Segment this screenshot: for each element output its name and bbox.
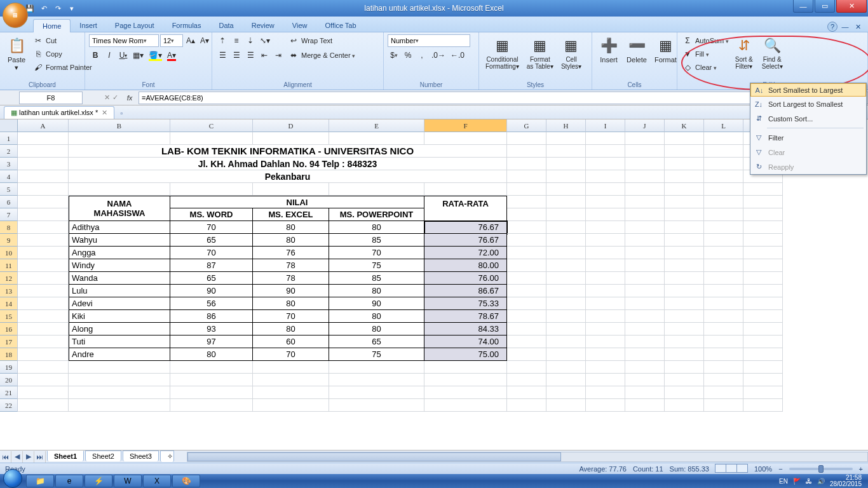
ribbon-close-icon[interactable]: ✕ — [853, 22, 863, 32]
cell-M8[interactable] — [743, 221, 783, 234]
cell-G22[interactable] — [507, 399, 546, 412]
cell-J22[interactable] — [625, 399, 665, 412]
menu-filter[interactable]: ▽Filter — [750, 130, 866, 145]
tray-flag-icon[interactable]: 🚩 — [793, 478, 801, 485]
col-header-H[interactable]: H — [546, 119, 586, 132]
close-doc-icon[interactable]: ✕ — [102, 109, 107, 116]
cell-E22[interactable] — [329, 399, 424, 412]
cell-D5[interactable] — [253, 183, 329, 196]
cell-I3[interactable] — [586, 158, 625, 170]
col-header-J[interactable]: J — [625, 119, 665, 132]
cell-H5[interactable] — [546, 183, 586, 196]
cell-A1[interactable] — [18, 132, 69, 145]
cell-J17[interactable] — [625, 336, 665, 348]
cell-A21[interactable] — [18, 386, 69, 399]
insert-button[interactable]: ➕Insert — [596, 34, 621, 65]
cell-G21[interactable] — [507, 386, 546, 399]
cell-I5[interactable] — [586, 183, 625, 196]
align-bottom-icon[interactable]: ⇣ — [244, 34, 257, 47]
taskbar-paint-icon[interactable]: 🎨 — [172, 475, 200, 487]
cell-I8[interactable] — [586, 221, 625, 234]
cell-J11[interactable] — [625, 259, 665, 272]
cell-D17[interactable]: 60 — [253, 336, 329, 348]
cell-L16[interactable] — [704, 323, 743, 336]
cell-F20[interactable] — [424, 374, 507, 386]
cell-I22[interactable] — [586, 399, 625, 412]
cell-A2[interactable] — [18, 145, 69, 158]
cell-C10[interactable]: 70 — [170, 247, 253, 259]
cell-L13[interactable] — [704, 285, 743, 297]
ribbon-min-icon[interactable]: — — [840, 22, 850, 32]
qat-redo-icon[interactable]: ↷ — [52, 3, 64, 14]
fill-button[interactable]: Fill — [695, 50, 709, 58]
tab-data[interactable]: Data — [210, 19, 242, 32]
cell-K11[interactable] — [665, 259, 704, 272]
cell-E14[interactable]: 90 — [329, 297, 424, 310]
cell-B3[interactable]: Jl. KH. Ahmad Dahlan No. 94 Telp : 84832… — [69, 158, 507, 170]
cell-styles-button[interactable]: ▦CellStyles▾ — [559, 34, 584, 71]
cell-J12[interactable] — [625, 272, 665, 285]
cell-C22[interactable] — [170, 399, 253, 412]
col-header-I[interactable]: I — [586, 119, 625, 132]
cell-J2[interactable] — [625, 145, 665, 158]
cell-G18[interactable] — [507, 348, 546, 361]
cell-G7[interactable] — [507, 208, 546, 221]
cell-G19[interactable] — [507, 361, 546, 374]
cell-J20[interactable] — [625, 374, 665, 386]
cell-A9[interactable] — [18, 234, 69, 247]
cell-H17[interactable] — [546, 336, 586, 348]
cell-I16[interactable] — [586, 323, 625, 336]
cell-L7[interactable] — [704, 208, 743, 221]
decrease-indent-icon[interactable]: ⇤ — [258, 49, 271, 62]
cell-J1[interactable] — [625, 132, 665, 145]
cell-H11[interactable] — [546, 259, 586, 272]
cell-I17[interactable] — [586, 336, 625, 348]
cell-C5[interactable] — [170, 183, 253, 196]
tab-view[interactable]: View — [283, 19, 316, 32]
cell-K14[interactable] — [665, 297, 704, 310]
cell-E20[interactable] — [329, 374, 424, 386]
copy-button[interactable]: Copy — [46, 50, 62, 58]
cell-G15[interactable] — [507, 310, 546, 323]
cell-C7[interactable]: MS. WORD — [170, 208, 253, 221]
cell-C20[interactable] — [170, 374, 253, 386]
cut-icon[interactable]: ✂ — [32, 34, 44, 47]
clear-button[interactable]: Clear — [695, 64, 717, 71]
cell-B9[interactable]: Wahyu — [69, 234, 170, 247]
cell-M9[interactable] — [743, 234, 783, 247]
cell-M17[interactable] — [743, 336, 783, 348]
row-header-19[interactable]: 19 — [0, 361, 18, 374]
format-painter-icon[interactable]: 🖌 — [32, 61, 44, 74]
row-header-17[interactable]: 17 — [0, 336, 18, 348]
sheet-nav-next-icon[interactable]: ▶ — [23, 451, 34, 463]
cell-M12[interactable] — [743, 272, 783, 285]
taskbar-word-icon[interactable]: W — [114, 475, 142, 487]
bold-button[interactable]: B — [89, 49, 102, 62]
cell-K17[interactable] — [665, 336, 704, 348]
maximize-button[interactable]: ▭ — [815, 0, 835, 13]
cell-C13[interactable]: 90 — [170, 285, 253, 297]
cell-D15[interactable]: 70 — [253, 310, 329, 323]
cell-D22[interactable] — [253, 399, 329, 412]
cell-J14[interactable] — [625, 297, 665, 310]
autosum-button[interactable]: AutoSum — [695, 37, 729, 44]
cell-A22[interactable] — [18, 399, 69, 412]
cell-I11[interactable] — [586, 259, 625, 272]
cell-G11[interactable] — [507, 259, 546, 272]
cell-L1[interactable] — [704, 132, 743, 145]
cell-H7[interactable] — [546, 208, 586, 221]
cell-A6[interactable] — [18, 196, 69, 208]
wrap-text-icon[interactable]: ↩ — [287, 34, 300, 47]
cell-E19[interactable] — [329, 361, 424, 374]
copy-icon[interactable]: ⎘ — [32, 48, 44, 60]
zoom-slider[interactable] — [789, 468, 853, 470]
tab-page-layout[interactable]: Page Layout — [106, 19, 163, 32]
cell-H9[interactable] — [546, 234, 586, 247]
cell-E13[interactable]: 80 — [329, 285, 424, 297]
cell-D11[interactable]: 78 — [253, 259, 329, 272]
cell-G5[interactable] — [507, 183, 546, 196]
cell-D9[interactable]: 80 — [253, 234, 329, 247]
row-header-3[interactable]: 3 — [0, 158, 18, 170]
cell-L22[interactable] — [704, 399, 743, 412]
cell-G9[interactable] — [507, 234, 546, 247]
